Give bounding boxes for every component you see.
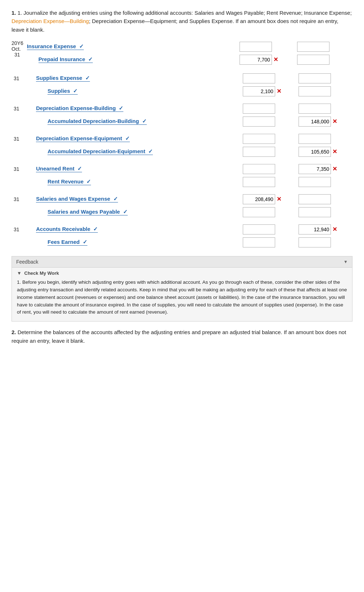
entry-row-credit-5: Rent Revenue ✓ bbox=[12, 176, 352, 188]
date-7: 31 bbox=[12, 223, 34, 236]
date-4: 31 bbox=[12, 132, 34, 145]
feedback-section: Feedback ▼ ▼ Check My Work 1. Before you… bbox=[12, 256, 352, 322]
credit-x-7: ✕ bbox=[332, 226, 337, 233]
debit-input-1[interactable] bbox=[240, 42, 272, 52]
entry-table-6: 31 Salaries and Wages Expense ✓ ✕ Salari… bbox=[12, 193, 352, 219]
debit-input-7[interactable] bbox=[243, 224, 275, 234]
debit-account-7[interactable]: Accounts Receivable ✓ bbox=[36, 226, 98, 233]
credit-value-5[interactable] bbox=[299, 177, 331, 187]
debit-value-3[interactable] bbox=[243, 117, 275, 127]
entry-row-debit-2: 31 Supplies Expense ✓ bbox=[12, 72, 352, 85]
entry-table-5: 31 Unearned Rent ✓ ✕ Rent Revenue ✓ bbox=[12, 163, 352, 188]
debit-x-2: ✕ bbox=[277, 88, 281, 95]
credit-account-1[interactable]: Prepaid Insurance ✓ bbox=[38, 56, 93, 63]
day-label: 31 bbox=[12, 52, 23, 58]
check-my-work-label[interactable]: ▼ Check My Work bbox=[12, 268, 352, 277]
debit-account-3[interactable]: Depreciation Expense-Building ✓ bbox=[36, 105, 123, 112]
entry-row-credit-3: Accumulated Depreciation-Building ✓ ✕ bbox=[12, 115, 352, 128]
credit-input-7[interactable] bbox=[299, 224, 331, 234]
intro-text-before: 1. Journalize the adjusting entries usin… bbox=[18, 10, 352, 16]
entry-row-debit-3: 31 Depreciation Expense-Building ✓ bbox=[12, 102, 352, 115]
date-header: 20Y6 Oct. 31 Insurance Expense ✓ bbox=[12, 40, 352, 69]
section2-text: Determine the balances of the accounts a… bbox=[12, 329, 346, 343]
debit-box-1 bbox=[240, 42, 293, 52]
entry-row-credit-2: Supplies ✓ ✕ bbox=[12, 85, 352, 98]
credit-input-2[interactable] bbox=[299, 73, 331, 83]
credit-value-2[interactable] bbox=[299, 86, 331, 96]
intro-highlight: Depreciation Expense—Building bbox=[12, 18, 89, 24]
credit-account-5[interactable]: Rent Revenue ✓ bbox=[47, 178, 91, 185]
credit-value-6[interactable] bbox=[299, 207, 331, 217]
month-label: Oct. bbox=[12, 46, 23, 52]
feedback-body: 1. Before you begin, identify which adju… bbox=[12, 277, 352, 322]
entry-table-4: 31 Depreciation Expense-Equipment ✓ Accu… bbox=[12, 132, 352, 158]
debit-value-6[interactable] bbox=[243, 207, 275, 217]
credit-amount-1 bbox=[297, 55, 350, 65]
year-label: 20Y6 bbox=[12, 40, 23, 46]
debit-account-4[interactable]: Depreciation Expense-Equipment ✓ bbox=[36, 135, 129, 142]
debit-amount-1: ✕ bbox=[240, 55, 293, 65]
date-2: 31 bbox=[12, 72, 34, 85]
entry-table-1: Insurance Expense ✓ Prepaid Insurance ✓ bbox=[25, 40, 352, 66]
credit-x-5: ✕ bbox=[332, 165, 337, 172]
debit-account-1[interactable]: Insurance Expense ✓ bbox=[27, 43, 84, 50]
credit-account-7[interactable]: Fees Earned ✓ bbox=[47, 239, 87, 246]
date-5: 31 bbox=[12, 163, 34, 176]
intro-paragraph: 1. 1. Journalize the adjusting entries u… bbox=[12, 9, 352, 34]
debit-x-6: ✕ bbox=[277, 196, 281, 202]
credit-value-7[interactable] bbox=[299, 237, 331, 247]
credit-input-3[interactable] bbox=[299, 104, 331, 114]
credit-value-4[interactable] bbox=[299, 147, 331, 157]
entry-row-debit-1: Insurance Expense ✓ bbox=[25, 40, 352, 53]
debit-value-7[interactable] bbox=[243, 237, 275, 247]
credit-input-6[interactable] bbox=[299, 194, 331, 204]
entry-group-1: Insurance Expense ✓ Prepaid Insurance ✓ bbox=[25, 40, 352, 69]
debit-value-2[interactable] bbox=[243, 86, 275, 96]
entry-table-2: 31 Supplies Expense ✓ Supplies ✓ ✕ bbox=[12, 72, 352, 98]
feedback-header[interactable]: Feedback ▼ bbox=[12, 256, 352, 268]
debit-input-5[interactable] bbox=[243, 164, 275, 174]
credit-account-4[interactable]: Accumulated Depreciation-Equipment ✓ bbox=[47, 148, 153, 155]
debit-input-2[interactable] bbox=[243, 73, 275, 83]
debit-account-2[interactable]: Supplies Expense ✓ bbox=[36, 75, 90, 82]
credit-value-3[interactable] bbox=[299, 117, 331, 127]
question-number: 1. bbox=[12, 10, 16, 16]
date-6: 31 bbox=[12, 193, 34, 206]
debit-input-4[interactable] bbox=[243, 134, 275, 144]
debit-value-4[interactable] bbox=[243, 147, 275, 157]
feedback-label: Feedback bbox=[16, 259, 38, 265]
section2-paragraph: 2. Determine the balances of the account… bbox=[12, 328, 352, 345]
entry-row-debit-7: 31 Accounts Receivable ✓ ✕ bbox=[12, 223, 352, 236]
entry-row-credit-7: Fees Earned ✓ bbox=[12, 236, 352, 249]
feedback-content: ▼ Check My Work 1. Before you begin, ide… bbox=[12, 268, 352, 322]
credit-account-6[interactable]: Salaries and Wages Payable ✓ bbox=[47, 209, 127, 215]
triangle-icon: ▼ bbox=[17, 270, 22, 276]
date-3: 31 bbox=[12, 102, 34, 115]
credit-input-5[interactable] bbox=[299, 164, 331, 174]
debit-input-6[interactable] bbox=[243, 194, 275, 204]
debit-account-5[interactable]: Unearned Rent ✓ bbox=[36, 165, 82, 172]
entry-table-3: 31 Depreciation Expense-Building ✓ Accum… bbox=[12, 102, 352, 128]
debit-value-5[interactable] bbox=[243, 177, 275, 187]
credit-account-2[interactable]: Supplies ✓ bbox=[47, 88, 78, 95]
debit-account-6[interactable]: Salaries and Wages Expense ✓ bbox=[36, 196, 118, 202]
credit-value-1[interactable] bbox=[297, 55, 329, 65]
credit-input-4[interactable] bbox=[299, 134, 331, 144]
credit-x-4: ✕ bbox=[332, 148, 337, 155]
entry-row-credit-1: Prepaid Insurance ✓ ✕ bbox=[25, 53, 352, 66]
entry-row-credit-4: Accumulated Depreciation-Equipment ✓ ✕ bbox=[12, 145, 352, 158]
entry-row-debit-6: 31 Salaries and Wages Expense ✓ ✕ bbox=[12, 193, 352, 206]
entry-row-debit-4: 31 Depreciation Expense-Equipment ✓ bbox=[12, 132, 352, 145]
credit-input-1[interactable] bbox=[297, 42, 329, 52]
debit-input-3[interactable] bbox=[243, 104, 275, 114]
entry-table-7: 31 Accounts Receivable ✓ ✕ Fees Earned ✓ bbox=[12, 223, 352, 249]
section2-number: 2. bbox=[12, 329, 16, 335]
feedback-chevron-icon: ▼ bbox=[343, 259, 348, 264]
debit-value-1[interactable] bbox=[240, 55, 272, 65]
credit-x-3: ✕ bbox=[332, 118, 337, 125]
entry-row-debit-5: 31 Unearned Rent ✓ ✕ bbox=[12, 163, 352, 176]
credit-account-3[interactable]: Accumulated Depreciation-Building ✓ bbox=[47, 118, 146, 125]
check-my-work-text: Check My Work bbox=[24, 270, 59, 276]
entry-row-credit-6: Salaries and Wages Payable ✓ bbox=[12, 206, 352, 219]
debit-x-1: ✕ bbox=[273, 56, 278, 63]
